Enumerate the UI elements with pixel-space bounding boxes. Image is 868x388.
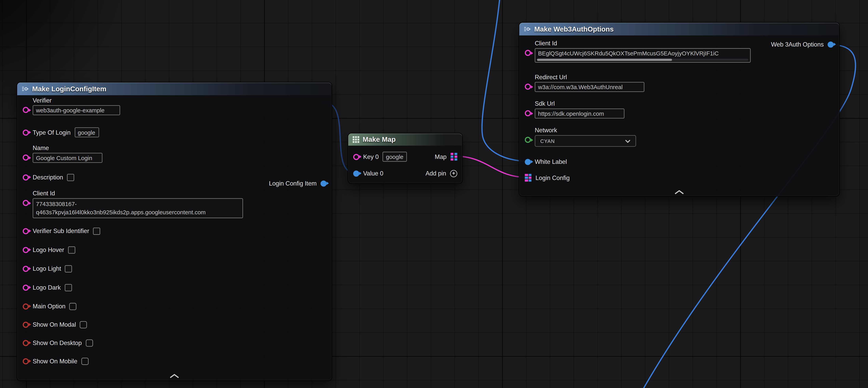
show-on-mobile-checkbox[interactable] <box>81 357 89 365</box>
map-output-label: Map <box>435 153 446 160</box>
logo-light-input[interactable] <box>65 265 72 272</box>
main-option-label: Main Option <box>33 303 66 309</box>
description-label: Description <box>33 174 63 181</box>
chevron-down-icon <box>625 139 630 143</box>
verifier-sub-identifier-pin[interactable] <box>23 228 29 234</box>
logo-light-pin[interactable] <box>23 266 29 272</box>
main-option-pin[interactable] <box>23 303 29 309</box>
collapse-node-button[interactable] <box>170 370 179 376</box>
value0-label: Value 0 <box>363 170 383 177</box>
show-on-desktop-label: Show On Desktop <box>33 339 82 346</box>
client-id-label: Client Id <box>535 40 750 47</box>
login-config-item-output-pin[interactable] <box>320 180 327 186</box>
white-label-label: White Label <box>535 158 567 165</box>
main-option-checkbox[interactable] <box>69 303 77 310</box>
description-pin[interactable] <box>23 174 29 180</box>
type-of-login-label: Type Of Login <box>33 129 70 136</box>
show-on-desktop-checkbox[interactable] <box>86 339 93 347</box>
network-label: Network <box>535 127 636 133</box>
verifier-sub-identifier-input[interactable] <box>93 227 100 235</box>
show-on-desktop-pin[interactable] <box>23 340 29 346</box>
logo-hover-label: Logo Hover <box>33 246 64 253</box>
value0-pin[interactable] <box>353 170 359 176</box>
web3auth-options-output-pin[interactable] <box>828 41 834 47</box>
show-on-mobile-pin[interactable] <box>23 358 29 364</box>
client-id-hscrollbar-thumb[interactable] <box>537 59 672 61</box>
name-label: Name <box>33 145 102 151</box>
client-id-pin[interactable] <box>23 200 29 206</box>
client-id-label: Client Id <box>33 190 243 197</box>
show-on-modal-label: Show On Modal <box>33 321 76 328</box>
make-struct-icon <box>22 85 29 93</box>
node-make-web3authoptions[interactable]: Make Web3AuthOptions Web 3Auth Options C… <box>519 22 840 197</box>
client-id-pin[interactable] <box>525 50 531 56</box>
client-id-text: BEglQSgt4cUWcj6SKRdu5QkOXTsePmMcusG5EAoy… <box>538 50 719 57</box>
node-title: Make Map <box>363 136 396 143</box>
login-config-label: Login Config <box>535 175 570 181</box>
key0-pin[interactable] <box>353 154 359 160</box>
chevron-up-icon <box>170 374 179 378</box>
output-pin-label: Web 3Auth Options <box>771 41 824 48</box>
client-id-hscrollbar[interactable] <box>537 59 748 61</box>
network-dropdown[interactable]: CYAN <box>535 135 636 147</box>
redirect-url-input[interactable]: w3a://com.w3a.Web3AuthUnreal <box>535 82 644 92</box>
white-label-pin[interactable] <box>525 159 531 165</box>
login-config-pin[interactable] <box>525 174 532 182</box>
sdk-url-label: Sdk Url <box>535 100 624 107</box>
logo-hover-input[interactable] <box>68 246 75 253</box>
key0-label: Key 0 <box>363 153 379 160</box>
redirect-url-label: Redirect Url <box>535 74 644 81</box>
verifier-label: Verifier <box>33 97 120 104</box>
verifier-input[interactable]: web3auth-google-example <box>33 105 120 115</box>
node-header-make-map[interactable]: Make Map <box>348 133 462 146</box>
network-selected-value: CYAN <box>540 138 555 144</box>
map-output-pin[interactable] <box>451 153 457 160</box>
node-make-loginconfigitem[interactable]: Make LoginConfigItem Login Config Item V… <box>17 82 332 381</box>
logo-light-label: Logo Light <box>33 265 61 272</box>
add-pin-label: Add pin <box>426 170 446 177</box>
make-struct-icon <box>524 25 531 33</box>
show-on-mobile-label: Show On Mobile <box>33 358 78 364</box>
blueprint-graph-canvas[interactable]: Make LoginConfigItem Login Config Item V… <box>0 0 868 388</box>
verifier-sub-identifier-label: Verifier Sub Identifier <box>33 228 89 234</box>
key0-input[interactable]: google <box>382 152 407 162</box>
name-pin[interactable] <box>23 155 29 161</box>
show-on-modal-pin[interactable] <box>23 321 29 327</box>
sdk-url-input[interactable]: https://sdk.openlogin.com <box>535 109 624 119</box>
show-on-modal-checkbox[interactable] <box>80 321 87 328</box>
type-of-login-input[interactable]: google <box>74 127 99 138</box>
logo-dark-input[interactable] <box>65 284 72 291</box>
wire-white-label[interactable] <box>482 0 525 161</box>
map-container-icon <box>352 136 359 143</box>
redirect-url-pin[interactable] <box>525 84 531 90</box>
client-id-input[interactable]: BEglQSgt4cUWcj6SKRdu5QkOXTsePmMcusG5EAoy… <box>535 48 750 62</box>
verifier-pin[interactable] <box>23 107 29 113</box>
add-pin-icon[interactable] <box>450 170 457 177</box>
sdk-url-pin[interactable] <box>525 110 531 116</box>
name-input[interactable]: Google Custom Login <box>33 153 102 163</box>
output-pin-label: Login Config Item <box>269 180 316 187</box>
logo-hover-pin[interactable] <box>23 247 29 253</box>
node-make-map[interactable]: Make Map Key 0 google Map Value 0 Add pi… <box>348 133 463 184</box>
logo-dark-pin[interactable] <box>23 284 29 290</box>
logo-dark-label: Logo Dark <box>33 284 61 291</box>
description-input[interactable] <box>67 174 74 181</box>
client-id-input[interactable]: 774338308167-q463s7kpvja16l4l0kko3nb925i… <box>33 198 243 218</box>
collapse-node-button[interactable] <box>675 187 684 192</box>
network-pin[interactable] <box>525 137 531 143</box>
type-of-login-pin[interactable] <box>23 129 29 136</box>
node-title: Make LoginConfigItem <box>32 85 106 93</box>
node-header-make-loginconfigitem[interactable]: Make LoginConfigItem <box>17 82 332 95</box>
wire-map-to-login-config[interactable] <box>455 156 526 177</box>
node-header-make-web3authoptions[interactable]: Make Web3AuthOptions <box>519 23 839 35</box>
chevron-up-icon <box>675 190 684 194</box>
node-title: Make Web3AuthOptions <box>534 25 614 33</box>
